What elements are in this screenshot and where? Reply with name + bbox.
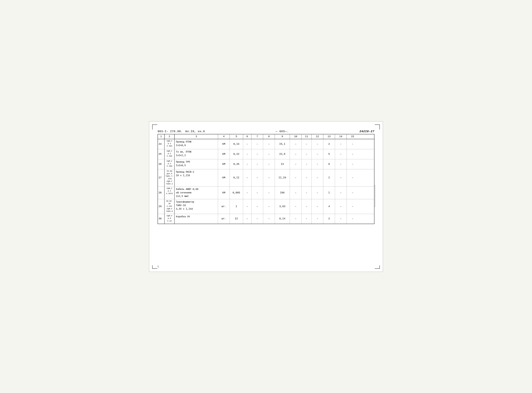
cell-value: 0,II	[230, 169, 243, 186]
cell-description: Трансформатор ТАМУ-I0 3,35 x I,I44	[175, 199, 218, 214]
cell-col8: –	[263, 187, 275, 199]
col-header-14: 14	[335, 134, 347, 139]
cell-col7: –	[251, 187, 263, 199]
header-row: 903-I- 278.90. Ал.I8, кн.6 — 665—. 242I8…	[158, 130, 374, 133]
cell-col7: –	[251, 139, 263, 149]
col-header-4: 4	[218, 134, 230, 139]
cell-description: Провод ТРП Ix2x0,5	[175, 159, 218, 169]
cell-col10: –	[290, 199, 302, 214]
cell-col14: –	[335, 214, 347, 224]
cell-qty: 4	[323, 199, 335, 214]
cell-col15: –	[347, 159, 358, 169]
cell-value: 0,I4	[230, 139, 243, 149]
cell-col10: –	[290, 149, 302, 159]
cell-qty: I	[323, 169, 335, 186]
cell-col8: –	[263, 149, 275, 159]
table-row: 24СЦМ-У р.2 п.494Провод ПТПЖ Ix2x0,6КМ0,…	[158, 139, 374, 149]
cell-col11: –	[302, 187, 312, 199]
cell-col12: –	[312, 169, 323, 186]
cell-col11: –	[302, 139, 312, 149]
table-row: 26СЦМ-У р.2 п.489Провод ТРП Ix2x0,5КМ0,4…	[158, 159, 374, 169]
cell-reference: 29-02-20 I-25I СЦМ-У Табл.6	[165, 199, 175, 214]
cell-mass: I66	[275, 187, 290, 199]
col-header-6: 6	[243, 134, 251, 139]
cell-col7: –	[251, 159, 263, 169]
cell-col12: –	[312, 214, 323, 224]
cell-mass: II,I6	[275, 169, 290, 186]
col-header-8: 8	[263, 134, 275, 139]
document-page: 903-I- 278.90. Ал.I8, кн.6 — 665—. 242I8…	[149, 121, 383, 272]
corner-tl	[152, 124, 157, 129]
cell-col15: –	[347, 139, 358, 149]
col-header-11: 11	[302, 134, 312, 139]
cell-description: Кабель АВВГ-0,66 кВ сечением 2x2,5 мм2	[175, 187, 218, 199]
cell-reference: СЦМ-У р.I п.I075	[165, 187, 175, 199]
cell-unit: КМ	[218, 149, 230, 159]
cell-col7: –	[251, 199, 263, 214]
cell-qty: 2	[323, 214, 335, 224]
cell-col7: –	[251, 214, 263, 224]
cell-col15: –	[347, 169, 358, 186]
cell-col10: –	[290, 169, 302, 186]
table-row: 27I5-09 доп.5 Табл.7- -076 СЦМ-У Табл.2П…	[158, 169, 374, 187]
cell-col11: –	[302, 159, 312, 169]
cell-row-num: 30	[158, 214, 165, 224]
cell-col12: –	[312, 199, 323, 214]
cell-row-num: 24	[158, 139, 165, 149]
cell-col11: –	[302, 214, 312, 224]
cell-reference: I5-09 доп.5 Табл.7- -076 СЦМ-У Табл.2	[165, 169, 175, 186]
cell-col14: –	[335, 159, 347, 169]
corner-tr	[375, 124, 380, 129]
cell-unit: шт.	[218, 199, 230, 214]
cell-value: 0,45	[230, 159, 243, 169]
cell-col6: –	[243, 159, 251, 169]
table-row: 28СЦМ-У р.I п.I075Кабель АВВГ-0,66 кВ се…	[158, 187, 374, 199]
cell-qty: 5	[323, 149, 335, 159]
cell-col8: –	[263, 159, 275, 169]
cell-row-num: 27	[158, 169, 165, 186]
cell-qty: 6	[323, 159, 335, 169]
doc-right: 242I8-27	[359, 130, 374, 133]
cell-description: Провод ПТПЖ Ix2x0,6	[175, 139, 218, 149]
cell-unit: КМ	[218, 139, 230, 149]
corner-bl	[152, 265, 157, 269]
cell-col12: –	[312, 139, 323, 149]
cell-col12: –	[312, 149, 323, 159]
cell-reference: СЦМ-У р.2 п.489	[165, 159, 175, 169]
cell-col14: –	[335, 187, 347, 199]
cell-col10: –	[290, 187, 302, 199]
cell-value: I2	[230, 214, 243, 224]
cell-row-num: 28	[158, 187, 165, 199]
cell-col14: –	[335, 139, 347, 149]
cell-row-num: 29	[158, 199, 165, 214]
cell-col10: –	[290, 214, 302, 224]
cell-col14: –	[335, 199, 347, 214]
cell-qty: 2	[323, 139, 335, 149]
cell-col8: –	[263, 169, 275, 186]
table-row: 2929-02-20 I-25I СЦМ-У Табл.6Трансформат…	[158, 199, 374, 214]
side-bracket	[374, 185, 375, 207]
col-header-7: 7	[251, 134, 263, 139]
cell-col6: –	[243, 187, 251, 199]
cell-description: То же, ПТПЖ Ix2xI,2	[175, 149, 218, 159]
cell-col6: –	[243, 139, 251, 149]
cell-mass: 3,83	[275, 199, 290, 214]
col-header-9: 9	[275, 134, 290, 139]
cell-value: I	[230, 199, 243, 214]
cell-mass: 22,9	[275, 149, 290, 159]
cell-col12: –	[312, 159, 323, 169]
col-header-13: 13	[323, 134, 335, 139]
cell-col15: –	[347, 149, 358, 159]
cell-description: Провод ПКСВ-2 I0 x I,II6	[175, 169, 218, 186]
cell-row-num: 26	[158, 159, 165, 169]
col-header-12: 12	[312, 134, 323, 139]
cell-col11: –	[302, 199, 312, 214]
cell-unit: КМ	[218, 159, 230, 169]
cell-col10: –	[290, 139, 302, 149]
cell-col6: –	[243, 214, 251, 224]
col-header-5: 5	[230, 134, 243, 139]
cell-description: Коробка УК	[175, 214, 218, 224]
cell-col8: –	[263, 214, 275, 224]
cell-col14: –	[335, 169, 347, 186]
cell-mass: I5,I	[275, 139, 290, 149]
